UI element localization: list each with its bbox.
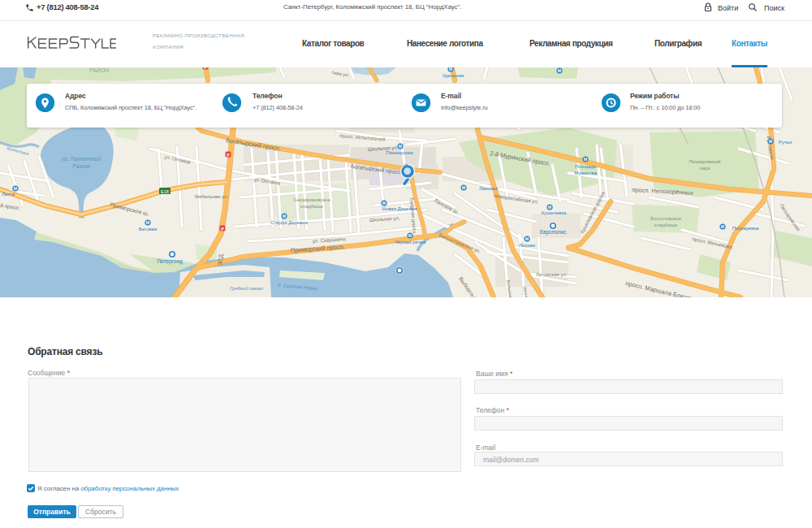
svg-text:M: M <box>769 139 772 144</box>
svg-text:M: M <box>462 185 465 190</box>
svg-text:Серафимовское: Серафимовское <box>293 197 330 202</box>
svg-text:Богословское: Богословское <box>650 216 682 221</box>
svg-text:Питергонд: Питергонд <box>157 258 183 265</box>
svg-text:Литовская ул.: Литовская ул. <box>536 272 568 277</box>
svg-text:M: M <box>584 157 587 162</box>
svg-text:Мебельная ул.: Мебельная ул. <box>195 194 228 199</box>
svg-text:Удельная: Удельная <box>443 73 464 78</box>
svg-text:Новая Деревня: Новая Деревня <box>382 206 417 211</box>
svg-text:M: M <box>14 186 17 191</box>
svg-text:Разлив: Разлив <box>72 163 90 169</box>
svg-text:Пионерская: Пионерская <box>386 150 412 155</box>
svg-text:P: P <box>227 153 230 158</box>
svg-text:Кушелевка: Кушелевка <box>542 210 567 215</box>
svg-text:Ручьи: Ручьи <box>779 140 793 145</box>
svg-text:M: M <box>408 233 412 238</box>
svg-text:парк: парк <box>700 166 710 171</box>
svg-text:Ланская: Ланская <box>479 186 498 191</box>
svg-text:РАЙОН: РАЙОН <box>89 67 109 73</box>
svg-text:Старая Деревня: Старая Деревня <box>270 220 308 225</box>
svg-text:M: M <box>721 224 724 229</box>
svg-text:M: M <box>399 144 402 149</box>
svg-text:Пискаревка: Пискаревка <box>732 226 759 231</box>
svg-text:Беговая: Беговая <box>139 227 157 232</box>
svg-text:Мужества: Мужества <box>574 171 597 175</box>
svg-text:кладбище: кладбище <box>300 204 324 209</box>
svg-text:M: M <box>548 205 551 210</box>
svg-text:Чёрная речка: Чёрная речка <box>395 240 426 245</box>
svg-text:M: M <box>382 201 386 206</box>
svg-text:Площадь: Площадь <box>575 164 596 169</box>
svg-text:P: P <box>221 227 224 232</box>
svg-text:оз. Лахтинский: оз. Лахтинский <box>62 156 101 162</box>
svg-text:M: M <box>525 236 529 241</box>
svg-text:M: M <box>283 214 286 219</box>
svg-text:M: M <box>558 68 561 73</box>
svg-text:Гребной канал: Гребной канал <box>230 286 263 291</box>
svg-text:кладбище: кладбище <box>654 223 678 227</box>
svg-text:P: P <box>204 67 207 70</box>
svg-text:Пискаревский: Пискаревский <box>689 159 721 164</box>
svg-text:Лесная: Лесная <box>519 243 535 248</box>
svg-text:Лахта: Лахта <box>2 192 15 197</box>
svg-text:M: M <box>449 67 452 71</box>
svg-text:E18: E18 <box>161 189 169 194</box>
svg-text:M: M <box>146 220 149 225</box>
svg-text:Европолис: Европолис <box>540 229 567 236</box>
